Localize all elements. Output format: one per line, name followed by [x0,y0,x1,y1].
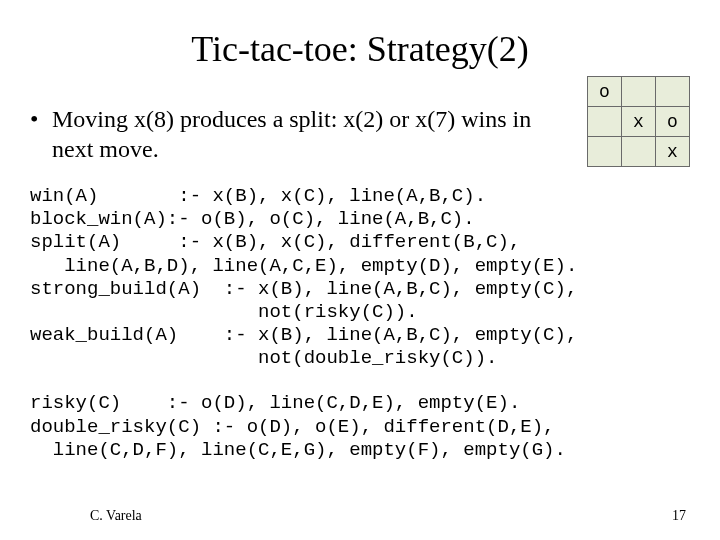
slide-title: Tic-tac-toe: Strategy(2) [30,28,690,70]
slide: Tic-tac-toe: Strategy(2) • Moving x(8) p… [0,0,720,540]
tic-tac-toe-board: o x o x [587,76,690,167]
cell-0-1 [622,77,656,107]
top-row: • Moving x(8) produces a split: x(2) or … [30,76,690,167]
cell-1-1: x [622,107,656,137]
bullet-text: Moving x(8) produces a split: x(2) or x(… [52,104,577,164]
code-block-1: win(A) :- x(B), x(C), line(A,B,C). block… [30,185,690,370]
cell-2-0 [588,137,622,167]
cell-2-2: x [656,137,690,167]
cell-0-0: o [588,77,622,107]
bullet-block: • Moving x(8) produces a split: x(2) or … [30,76,587,164]
bullet-item: • Moving x(8) produces a split: x(2) or … [30,104,577,164]
code-block-2: risky(C) :- o(D), line(C,D,E), empty(E).… [30,392,690,462]
footer-page-number: 17 [672,508,686,524]
board-row: o [588,77,690,107]
cell-1-0 [588,107,622,137]
board-row: x [588,137,690,167]
footer-author: C. Varela [90,508,142,524]
board-row: x o [588,107,690,137]
cell-1-2: o [656,107,690,137]
cell-2-1 [622,137,656,167]
bullet-marker: • [30,104,52,164]
cell-0-2 [656,77,690,107]
